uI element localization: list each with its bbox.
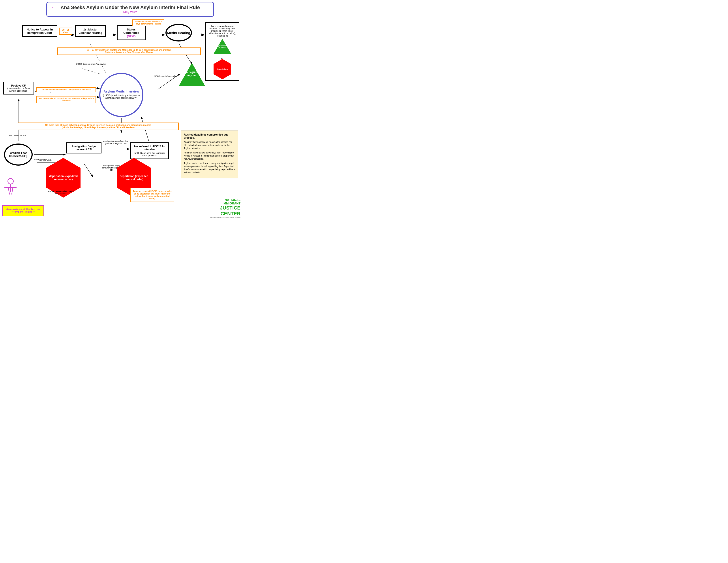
deport-left-label: deportation (expedited removal order) [46, 175, 81, 181]
nijc-immigrant: IMMIGRANT [210, 201, 240, 205]
cfi-label: Credible Fear Interview (CFI) [5, 151, 32, 158]
ij-fear-text: Immigration Judge finds fear (overturns … [103, 140, 128, 145]
denial-text: If Ana is denied asylum, appeals process… [208, 25, 237, 37]
deportation-outcome-label: deportation [217, 68, 228, 70]
deport-mid-label: deportation (expedited removal order) [117, 175, 151, 181]
ij-review-label: Immigration Judge review of CFI [72, 145, 96, 151]
master-label: 1st Master Calendar Hearing [79, 28, 102, 34]
deportation-hex-left: deportation (expedited removal order) [46, 168, 81, 188]
nijc-logo: NATIONAL IMMIGRANT JUSTICE CENTER A HEAR… [210, 198, 240, 218]
uscis-grants-note: USCIS grants Ana asylum [154, 75, 177, 77]
referred-label: Ana referred to USCIS for Interview [133, 145, 166, 151]
evidence-note-1-text: Ana must submit evidence 14 days before … [42, 88, 90, 91]
reconsider-box: Ana can request USCIS to reconsider at i… [130, 188, 174, 202]
evidence-merits-note: Ana must submit evidence 5 days before M… [132, 19, 164, 26]
evidence-note-2: Ana must make all corrections to CFI rec… [36, 96, 96, 103]
merits-hearing-box: Merits Hearing [165, 24, 192, 41]
orange-bar-line1: 60 – 65 days between Master and Merits (… [59, 49, 199, 51]
info-box-title: Rushed deadlines compromise due process. [184, 133, 235, 139]
status-new-label: (NEW) [119, 34, 143, 38]
uscis-no-grant-note: USCIS does not grant Ana asylum [76, 63, 106, 65]
ana-passes-note: Ana passes her CFI [9, 134, 26, 136]
sixty-day-bar: No more than 60 days between positive CF… [18, 122, 179, 130]
start-box-line1: Ana arrives at the border [5, 207, 42, 211]
info-box-para3: Asylum law is complex and many immigrati… [184, 162, 235, 174]
asylum-outcome-label: asylum or other protection [215, 45, 229, 48]
start-box: Ana arrives at the border ** START HERE!… [2, 205, 44, 216]
sixty-day-line1: No more than 60 days between positive CF… [19, 124, 177, 126]
ana-expr-fear-note: Ana expresses fear [34, 158, 51, 161]
notice-box: Notice to Appear in Immigration Court [22, 25, 57, 37]
sixty-day-line2: (within that 60 days, 21 – 45 days betwe… [19, 126, 177, 129]
info-box: Rushed deadlines compromise due process.… [181, 130, 238, 178]
notice-label: Notice to Appear in Immigration Court [27, 28, 53, 34]
interview-circle-body: (USCIS jurisdiction to grant asylum to a… [100, 93, 142, 100]
nijc-national: NATIONAL [210, 198, 240, 201]
nijc-center: CENTER [210, 211, 240, 216]
status-conference-box: Status Conference (NEW) [117, 25, 146, 40]
evidence-note-1: Ana must submit evidence 14 days before … [36, 87, 96, 92]
positive-cfi-box: Positive CFI (considered to be Ana's asy… [3, 82, 34, 94]
ana-no-fear-note: Ana expresses no fear, found inadmissibl… [46, 190, 75, 195]
interview-circle-title: Asylum Merits Interview [104, 90, 139, 93]
info-box-para1: Ana may have as few as 7 days after pass… [184, 141, 235, 150]
referred-sub: (or DHS can send her to regular court pr… [133, 152, 166, 157]
referred-box: Ana referred to USCIS for Interview (or … [130, 142, 169, 159]
denial-box: If Ana is denied asylum, appeals process… [205, 22, 239, 81]
small-asylum-triangle: asylum or other protection [214, 39, 231, 54]
positive-cfi-title: Positive CFI [6, 84, 32, 87]
evidence-note-2-text: Ana must make all corrections to CFI rec… [39, 97, 94, 102]
granted-asylum-label: Ana is granted asylum [179, 71, 205, 77]
status-label: Status Conference [123, 28, 139, 34]
svg-line-15 [84, 163, 93, 177]
ij-review-box: Immigration Judge review of CFI [66, 142, 101, 153]
days-badge-label: 30 – 35 days [62, 29, 69, 34]
start-box-line2: ** START HERE! ** [5, 211, 42, 214]
ij-fear-note: Immigration Judge finds fear (overturns … [103, 140, 129, 145]
reconsider-text: Ana can request USCIS to reconsider at i… [133, 190, 172, 200]
interview-circle: Asylum Merits Interview (USCIS jurisdict… [99, 73, 143, 117]
title-sub: May 2022 [51, 10, 209, 14]
title-box: ♀ Ana Seeks Asylum Under the New Asylum … [46, 2, 214, 17]
days-badge: 30 – 35 days [59, 28, 72, 35]
positive-cfi-sub: (considered to be Ana's asylum applicati… [6, 87, 32, 92]
svg-line-16 [141, 117, 150, 143]
merits-label: Merits Hearing [167, 31, 190, 35]
ana-person-figure [4, 178, 17, 199]
deportation-hex-mid: deportation (expedited removal order) [117, 168, 151, 188]
person-icon-title: ♀ [51, 5, 56, 12]
svg-line-7 [82, 68, 100, 74]
evidence-merits-text: Ana must submit evidence 5 days before M… [135, 21, 162, 25]
nijc-heartland: A HEARTLAND ALLIANCE PROGRAM [210, 216, 240, 218]
orange-info-bar: 60 – 65 days between Master and Merits (… [57, 47, 201, 55]
title-main: Ana Seeks Asylum Under the New Asylum In… [51, 5, 209, 10]
orange-bar-line2: Status conference is 30 – 35 days after … [59, 51, 199, 54]
credible-fear-box: Credible Fear Interview (CFI) [4, 143, 33, 165]
nijc-justice: JUSTICE [210, 205, 240, 211]
master-calendar-box: 1st Master Calendar Hearing [75, 25, 106, 37]
info-box-para2: Ana may have as few as 90 days from reci… [184, 151, 235, 160]
